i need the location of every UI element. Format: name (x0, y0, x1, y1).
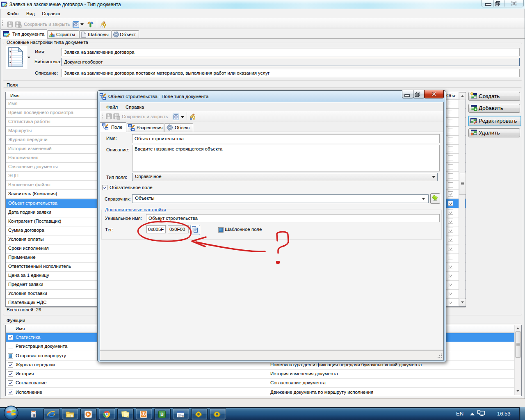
svg-text:B: B (160, 412, 164, 417)
svg-text:O: O (142, 412, 145, 417)
svg-text:W: W (182, 415, 185, 417)
